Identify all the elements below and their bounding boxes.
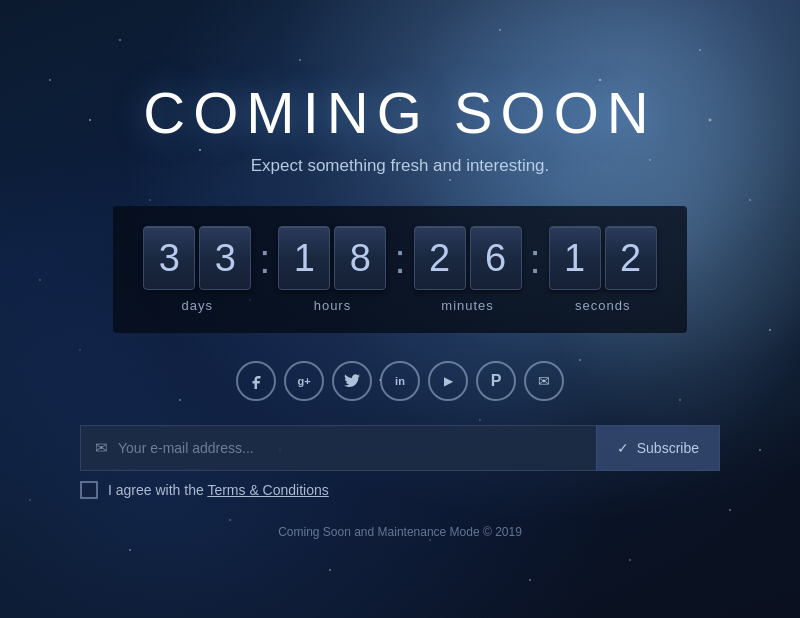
days-label: days	[182, 298, 213, 313]
page-subtitle: Expect something fresh and interesting.	[251, 156, 550, 176]
subscribe-checkmark: ✓	[617, 440, 629, 456]
minutes-digit-2: 6	[470, 226, 522, 290]
email-input[interactable]	[118, 440, 582, 456]
days-digit-2: 3	[199, 226, 251, 290]
footer-text: Coming Soon and Maintenance Mode © 2019	[278, 525, 522, 539]
pinterest-icon[interactable]: P	[476, 361, 516, 401]
days-digit-1: 3	[143, 226, 195, 290]
minutes-digit-1: 2	[414, 226, 466, 290]
subscribe-button[interactable]: ✓ Subscribe	[596, 425, 720, 471]
days-digits: 3 3	[143, 226, 251, 290]
youtube-icon[interactable]: ▶	[428, 361, 468, 401]
countdown-days: 3 3 days	[143, 226, 251, 313]
social-icons-row: g+ in ▶ P ✉	[236, 361, 564, 401]
twitter-icon[interactable]	[332, 361, 372, 401]
seconds-digits: 1 2	[549, 226, 657, 290]
hours-digit-2: 8	[334, 226, 386, 290]
countdown-minutes: 2 6 minutes	[414, 226, 522, 313]
hours-label: hours	[314, 298, 352, 313]
minutes-label: minutes	[441, 298, 494, 313]
hours-digit-1: 1	[278, 226, 330, 290]
seconds-digit-1: 1	[549, 226, 601, 290]
countdown-timer: 3 3 days : 1 8 hours : 2 6 minutes : 1	[113, 206, 686, 333]
subscribe-label: Subscribe	[637, 440, 699, 456]
colon-3: :	[530, 237, 541, 282]
seconds-digit-2: 2	[605, 226, 657, 290]
countdown-hours: 1 8 hours	[278, 226, 386, 313]
main-content: COMING SOON Expect something fresh and i…	[0, 59, 800, 559]
page-title: COMING SOON	[143, 79, 656, 146]
minutes-digits: 2 6	[414, 226, 522, 290]
subscribe-form: ✉ ✓ Subscribe	[80, 425, 720, 471]
facebook-icon[interactable]	[236, 361, 276, 401]
terms-checkbox[interactable]	[80, 481, 98, 499]
agree-text: I agree with the Terms & Conditions	[108, 482, 329, 498]
email-field-icon: ✉	[95, 439, 108, 457]
countdown-seconds: 1 2 seconds	[549, 226, 657, 313]
agree-prefix: I agree with the	[108, 482, 204, 498]
terms-link[interactable]: Terms & Conditions	[207, 482, 328, 498]
google-plus-icon[interactable]: g+	[284, 361, 324, 401]
seconds-label: seconds	[575, 298, 630, 313]
colon-1: :	[259, 237, 270, 282]
agree-row: I agree with the Terms & Conditions	[80, 481, 720, 499]
email-social-icon[interactable]: ✉	[524, 361, 564, 401]
linkedin-icon[interactable]: in	[380, 361, 420, 401]
email-section: ✉	[80, 425, 596, 471]
hours-digits: 1 8	[278, 226, 386, 290]
colon-2: :	[394, 237, 405, 282]
